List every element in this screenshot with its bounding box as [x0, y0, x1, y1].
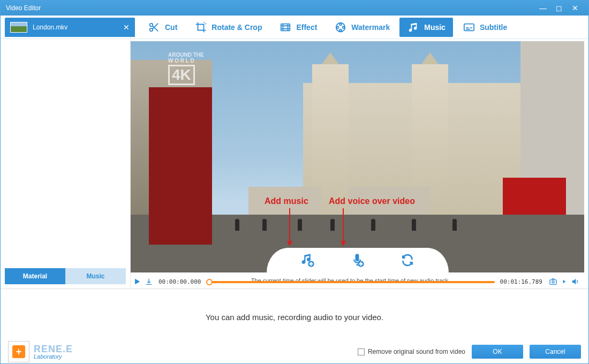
audio-toolbar [267, 248, 449, 272]
cancel-button[interactable]: Cancel [530, 345, 581, 359]
close-button[interactable]: ✕ [567, 4, 583, 12]
tool-effect-label: Effect [296, 23, 317, 32]
refresh-icon [401, 253, 414, 267]
video-preview[interactable]: AROUND THE W O R L D 4K Add music Add vo… [131, 41, 584, 272]
play-button[interactable] [133, 277, 141, 286]
preview-options [548, 277, 580, 286]
preview-area: AROUND THE W O R L D 4K Add music Add vo… [131, 39, 588, 289]
time-end: 00:01:16.789 [500, 278, 542, 285]
video-watermark: AROUND THE W O R L D 4K [168, 52, 204, 85]
remove-sound-label: Remove original sound from video [368, 348, 465, 355]
timeline: 00:00:00.000 The current time of slider … [131, 272, 584, 289]
expand-button[interactable] [562, 277, 567, 286]
svg-point-6 [343, 26, 345, 28]
film-icon [279, 21, 292, 34]
watermark-line2: W O R L D [168, 58, 204, 64]
file-thumbnail [10, 22, 27, 33]
toolbar-row: London.mkv ✕ Cut Rotate & Crop Effect Wa… [1, 16, 588, 39]
watermark-4k: 4K [168, 65, 195, 85]
file-tab-close-icon[interactable]: ✕ [123, 23, 130, 32]
tool-effect[interactable]: Effect [271, 18, 324, 37]
refresh-audio-button[interactable] [399, 252, 416, 268]
annotation-add-music: Add music [265, 196, 308, 206]
file-name: London.mkv [33, 24, 123, 31]
svg-point-5 [337, 26, 339, 28]
svg-rect-2 [281, 24, 290, 31]
footer: You can add music, recording audio to yo… [1, 289, 588, 363]
sidebar-tab-music[interactable]: Music [65, 268, 126, 284]
tool-watermark[interactable]: Watermark [327, 18, 397, 37]
svg-rect-11 [550, 280, 556, 285]
svg-point-0 [150, 23, 153, 26]
svg-point-4 [340, 23, 342, 25]
brand-name: RENE.E [34, 344, 73, 354]
sidebar: Material Music [1, 39, 131, 289]
tool-music-label: Music [424, 23, 445, 32]
crop-icon [194, 21, 207, 34]
svg-point-1 [150, 28, 153, 31]
time-slider[interactable]: The current time of slider will be used … [206, 278, 494, 285]
arrow-icon [343, 208, 344, 246]
footer-message: You can add music, recording audio to yo… [1, 289, 588, 340]
tool-watermark-label: Watermark [351, 23, 390, 32]
tool-music[interactable]: Music [399, 18, 453, 37]
svg-point-12 [552, 281, 554, 283]
tool-cut-label: Cut [165, 23, 177, 32]
slider-thumb[interactable] [206, 279, 213, 285]
footer-bottom: + RENE.E Laboratory Remove original soun… [1, 340, 588, 363]
reel-icon [334, 21, 347, 34]
logo-icon: + [8, 341, 29, 362]
scissors-icon [148, 21, 161, 34]
remove-sound-checkbox[interactable]: Remove original sound from video [358, 348, 465, 355]
brand-logo: + RENE.E Laboratory [8, 341, 73, 362]
svg-point-7 [340, 29, 342, 31]
arrow-icon [289, 208, 290, 246]
subtitle-icon [463, 21, 475, 34]
add-voiceover-button[interactable] [349, 252, 365, 268]
snapshot-button[interactable] [548, 277, 558, 286]
music-plus-icon [300, 253, 315, 268]
maximize-button[interactable]: ◻ [551, 4, 567, 12]
brand-subtitle: Laboratory [34, 354, 73, 360]
export-frame-button[interactable] [145, 277, 153, 286]
main: Material Music AROUND THE W O R L D 4K A… [1, 39, 588, 289]
window-title: Video Editor [6, 4, 535, 12]
mic-plus-icon [350, 253, 365, 268]
sidebar-tab-material-label: Material [23, 272, 47, 280]
titlebar: Video Editor — ◻ ✕ [1, 1, 588, 16]
time-start: 00:00:00.000 [158, 278, 201, 285]
sidebar-tab-material[interactable]: Material [5, 268, 65, 284]
tools: Cut Rotate & Crop Effect Watermark Music… [135, 16, 588, 39]
minimize-button[interactable]: — [535, 4, 551, 12]
file-tab[interactable]: London.mkv ✕ [5, 18, 135, 37]
volume-button[interactable] [570, 277, 580, 286]
tool-rotate-label: Rotate & Crop [212, 23, 262, 32]
music-note-icon [407, 21, 420, 34]
tool-subtitle-label: Subtitle [480, 23, 507, 32]
checkbox-icon [358, 348, 365, 355]
sidebar-tab-music-label: Music [86, 272, 104, 280]
sidebar-body [1, 39, 130, 268]
svg-point-3 [336, 22, 345, 32]
annotation-add-voice: Add voice over video [329, 196, 415, 206]
watermark-line1: AROUND THE [168, 52, 204, 58]
tool-rotate-crop[interactable]: Rotate & Crop [187, 18, 269, 37]
add-music-button[interactable] [299, 252, 315, 268]
ok-button[interactable]: OK [472, 345, 523, 359]
tool-cut[interactable]: Cut [140, 18, 185, 37]
tool-subtitle[interactable]: Subtitle [455, 18, 515, 37]
playback-controls [133, 277, 153, 286]
sidebar-tabs: Material Music [5, 268, 126, 284]
